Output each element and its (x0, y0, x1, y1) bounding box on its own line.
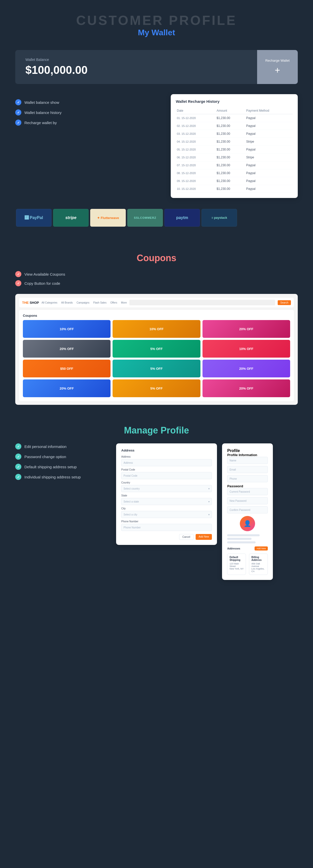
cancel-button[interactable]: Cancel (179, 534, 194, 540)
profile-info-line-3 (227, 541, 256, 544)
email-input[interactable]: Email (227, 466, 268, 473)
addr-line-3: 456 Oak Avenue (251, 562, 265, 567)
recharge-wallet-button[interactable]: Recharge Wallet + (257, 50, 298, 84)
sslcommerz-logo: SSLCOMMERZ (127, 209, 163, 227)
state-select[interactable]: Select a state▾ (121, 498, 212, 505)
coupon-features-list: View Available Coupons Copy Button for c… (15, 271, 298, 286)
row-no: 06. 15-12-2020 (176, 154, 216, 161)
coupon-feature-2: Copy Button for code (15, 280, 298, 286)
table-row: 07. 15-12-2020 $1,230.00 Paypal (176, 161, 293, 169)
addresses-label: Addresses (227, 547, 240, 550)
mockup-search-button[interactable]: Search (278, 300, 291, 305)
profile-phone-input[interactable]: Phone (227, 475, 268, 482)
manage-feature-1: Edit personal information (15, 443, 106, 450)
profile-right-card: Profile Profile Information Name Email P… (222, 443, 273, 580)
coupon-card-6: 10% OFF (202, 340, 290, 358)
address-card-2: Billing Address 456 Oak Avenue Los Angel… (249, 554, 268, 575)
wallet-history-card: Wallet Recharge History Date Amount Paym… (171, 94, 298, 198)
state-label: State (121, 494, 212, 497)
table-row: 06. 15-12-2020 $1,230.00 Stripe (176, 154, 293, 161)
row-amount: $1,230.00 (216, 154, 245, 161)
manage-feature-text-4: Individual shipping address setup (24, 475, 81, 479)
confirm-password-input[interactable]: Confirm Password (227, 506, 268, 514)
wallet-balance-amount: $100,000.00 (25, 64, 247, 76)
country-label: Country (121, 481, 212, 484)
coupon-card-2: 10% OFF (113, 320, 200, 338)
wallet-features-list: Wallet balance show Wallet balance histo… (15, 94, 161, 126)
row-method: Paypal (245, 185, 293, 193)
name-input[interactable]: Name (227, 457, 268, 464)
table-row: 05. 15-12-2020 $1,230.00 Paypal (176, 146, 293, 154)
postal-input[interactable]: Postal Code (121, 472, 212, 479)
table-row: 02. 15-12-2020 $1,230.00 Paypal (176, 122, 293, 130)
stripe-logo: stripe (53, 209, 89, 227)
add-new-button[interactable]: Add New (196, 534, 212, 540)
flutterwave-logo: ✦ Flutterwave (90, 209, 126, 227)
row-no: 03. 15-12-2020 (176, 130, 216, 138)
row-method: Paypal (245, 161, 293, 169)
wallet-feature-3: Recharge wallet by (15, 120, 161, 126)
row-amount: $1,230.00 (216, 177, 245, 185)
coupon-card-10: 20% OFF (23, 379, 111, 397)
address-form-card: Address Address Address Postal Code Post… (116, 443, 217, 545)
row-amount: $1,230.00 (216, 122, 245, 130)
country-select[interactable]: Select country▾ (121, 485, 212, 492)
address-input[interactable]: Address (121, 459, 212, 466)
wallet-section-title: My Wallet (5, 28, 308, 37)
phone-input[interactable]: Phone Number (121, 524, 212, 531)
manage-check-icon-2 (15, 454, 21, 460)
recharge-label: Recharge Wallet (265, 59, 290, 62)
city-select[interactable]: Select a city▾ (121, 511, 212, 518)
row-method: Stripe (245, 154, 293, 161)
coupon-card-3: 20% OFF (202, 320, 290, 338)
coupon-check-icon-2 (15, 280, 21, 286)
coupon-feature-text-2: Copy Button for code (24, 281, 60, 285)
coupon-card-8: 5% OFF (113, 360, 200, 377)
row-amount: $1,230.00 (216, 169, 245, 177)
address-cards-row: Default Shipping 123 Main Street New Yor… (227, 554, 268, 575)
wallet-feature-1: Wallet balance show (15, 99, 161, 105)
address-form-title: Address (121, 448, 212, 452)
check-icon-2 (15, 110, 21, 116)
row-method: Stripe (245, 138, 293, 146)
table-row: 08. 15-12-2020 $1,230.00 Paypal (176, 169, 293, 177)
profile-card-title: Profile (227, 448, 268, 453)
row-no: 10. 15-12-2020 (176, 185, 216, 193)
profile-avatar: 👤 (240, 516, 255, 531)
mockup-logo: THE SHOP (22, 301, 39, 305)
addr-title-1: Default Shipping (229, 556, 244, 561)
wallet-features-row: Wallet balance show Wallet balance histo… (15, 94, 298, 198)
phone-label: Phone Number (121, 520, 212, 523)
password-subtitle: Password (227, 484, 268, 488)
mockup-nav: All CategoriesAll BrandsCampaignsFlash S… (41, 301, 127, 304)
row-amount: $1,230.00 (216, 146, 245, 154)
add-new-address-button[interactable]: Add New (255, 547, 268, 551)
current-password-input[interactable]: Current Password (227, 488, 268, 495)
coupon-card-11: 5% OFF (113, 379, 200, 397)
manage-feature-text-3: Default shipping address setup (24, 465, 77, 469)
addr-line-2: New York, NY (229, 567, 244, 570)
row-method: Paypal (245, 146, 293, 154)
wallet-balance-box: Wallet Balance $100,000.00 (15, 50, 257, 84)
new-password-input[interactable]: New Password (227, 497, 268, 504)
manage-check-icon-4 (15, 474, 21, 480)
form-buttons: Cancel Add New (121, 534, 212, 540)
coupon-mockup: THE SHOP All CategoriesAll BrandsCampaig… (15, 294, 298, 405)
row-method: Paypal (245, 130, 293, 138)
coupon-feature-1: View Available Coupons (15, 271, 298, 277)
manage-feature-text-2: Password change option (24, 455, 66, 459)
paypal-logo: 🅿 PayPal (16, 209, 52, 227)
page-header: CUSTOMER PROFILE My Wallet (0, 0, 313, 42)
row-method: Paypal (245, 177, 293, 185)
table-row: 10. 15-12-2020 $1,230.00 Paypal (176, 185, 293, 193)
row-method: Paypal (245, 122, 293, 130)
postal-label: Postal Code (121, 468, 212, 471)
coupons-title: Coupons (15, 253, 298, 264)
addr-line-4: Los Angeles, CA (251, 567, 265, 572)
row-amount: $1,230.00 (216, 114, 245, 122)
coupon-card-1: 10% OFF (23, 320, 111, 338)
row-method: Paypal (245, 169, 293, 177)
wallet-feature-2: Wallet balance history (15, 110, 161, 116)
row-no: 08. 15-12-2020 (176, 169, 216, 177)
table-row: 09. 15-12-2020 $1,230.00 Paypal (176, 177, 293, 185)
